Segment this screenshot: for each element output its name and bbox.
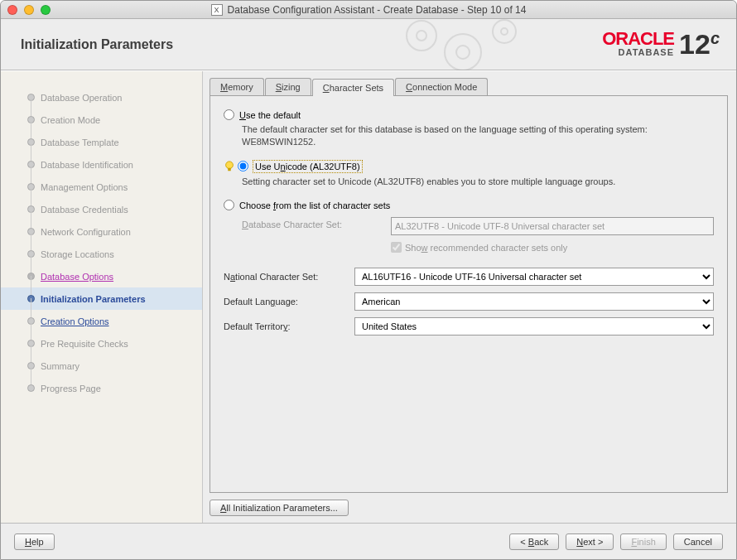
- default-territory-select[interactable]: United States: [354, 317, 714, 336]
- app-icon: X: [211, 4, 223, 16]
- db-charset-select: AL32UTF8 - Unicode UTF-8 Universal chara…: [391, 217, 714, 235]
- step-progress-page: Progress Page: [1, 377, 202, 399]
- show-recommended-checkbox: [391, 242, 402, 253]
- use-unicode-radio[interactable]: [238, 161, 248, 171]
- national-charset-select[interactable]: AL16UTF16 - Unicode UTF-16 Universal cha…: [354, 268, 714, 286]
- use-default-radio[interactable]: [224, 109, 234, 120]
- tip-icon: [224, 161, 235, 172]
- titlebar: X Database Configuration Assistant - Cre…: [1, 1, 736, 19]
- finish-button: Finish: [620, 533, 666, 550]
- tab-character-sets[interactable]: Character Sets: [312, 79, 394, 96]
- svg-point-3: [456, 46, 470, 59]
- footer: Help < Back Next > Finish Cancel: [1, 523, 736, 559]
- tab-memory[interactable]: Memory: [210, 78, 264, 95]
- minimize-icon[interactable]: [24, 5, 34, 15]
- all-init-params-button[interactable]: All Initialization Parameters...: [210, 500, 349, 516]
- back-button[interactable]: < Back: [509, 533, 559, 550]
- svg-point-1: [417, 31, 426, 41]
- use-unicode-desc: Setting character set to Unicode (AL32UT…: [242, 176, 714, 188]
- default-language-label: Default Language:: [224, 297, 354, 307]
- header: Initialization Parameters ORACLE DATABAS…: [1, 19, 736, 70]
- svg-rect-7: [228, 168, 231, 171]
- national-charset-label: National Character Set:: [224, 272, 354, 282]
- close-icon[interactable]: [7, 5, 17, 15]
- cancel-button[interactable]: Cancel: [673, 533, 723, 550]
- page-title: Initialization Parameters: [21, 37, 173, 52]
- wizard-steps: Database OperationCreation ModeDatabase …: [1, 71, 203, 523]
- next-button[interactable]: Next >: [566, 533, 614, 550]
- use-unicode-label: Use Unicode (AL32UTF8): [253, 161, 362, 172]
- maximize-icon[interactable]: [41, 5, 51, 15]
- use-default-label: Use the default: [239, 110, 301, 120]
- character-sets-panel: Use the default The default character se…: [210, 96, 728, 493]
- tab-connection-mode[interactable]: Connection Mode: [395, 78, 488, 95]
- use-default-desc: The default character set for this datab…: [242, 123, 714, 149]
- help-button[interactable]: Help: [14, 533, 55, 550]
- default-territory-label: Default Territory:: [224, 321, 354, 331]
- svg-point-6: [226, 162, 234, 169]
- gears-decoration: [388, 19, 554, 70]
- choose-list-radio[interactable]: [224, 200, 234, 210]
- svg-point-4: [493, 20, 516, 43]
- choose-list-label: Choose from the list of character sets: [239, 200, 390, 210]
- svg-point-5: [501, 28, 508, 35]
- tab-sizing[interactable]: Sizing: [265, 78, 311, 95]
- show-recommended-label: Show recommended character sets only: [405, 243, 567, 253]
- oracle-logo: ORACLE DATABASE 12c: [602, 30, 720, 58]
- default-language-select[interactable]: American: [354, 292, 714, 311]
- window-title: Database Configuration Assistant - Creat…: [228, 4, 527, 16]
- svg-point-0: [407, 21, 436, 51]
- tabs: MemorySizingCharacter SetsConnection Mod…: [210, 78, 728, 96]
- svg-point-2: [445, 34, 481, 70]
- db-charset-label: Database Character Set:: [242, 217, 358, 229]
